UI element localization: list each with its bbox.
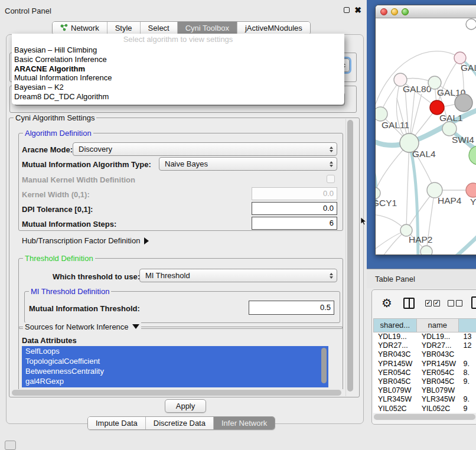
tab-jactivemnodules[interactable]: jActiveMNodules	[237, 22, 310, 34]
algorithm-placeholder: Select algorithm to view settings	[12, 34, 344, 45]
table-cell: YIL052C	[373, 405, 417, 413]
stepper-icon	[330, 146, 333, 152]
columns-icon[interactable]	[403, 298, 415, 309]
table-row[interactable]: YIL052CYIL052C9	[373, 405, 476, 413]
table-cell: YBL079W	[417, 386, 459, 395]
attribute-list-item[interactable]: SelfLoops	[22, 346, 328, 356]
table-column-header[interactable]: shared...	[373, 318, 417, 332]
network-node-green-right[interactable]	[469, 146, 476, 165]
gear-icon[interactable]: ⚙	[382, 297, 392, 309]
mi-threshold-field[interactable]: 0.5	[249, 301, 334, 315]
settings-vscrollbar[interactable]	[345, 119, 354, 396]
table-cell: YDR27...	[417, 341, 459, 350]
network-node-bottom-node[interactable]	[420, 246, 432, 255]
table-hscrollbar-thumb[interactable]	[374, 414, 475, 420]
tab-network[interactable]: Network	[53, 22, 107, 34]
network-node-top-partial[interactable]	[466, 19, 476, 30]
table-cell: YPR145W	[417, 360, 459, 369]
deselect-all-checkboxes-icon[interactable]	[448, 300, 462, 306]
settings-vscrollbar-thumb[interactable]	[347, 120, 353, 392]
window-close-icon[interactable]	[380, 8, 387, 15]
table-row[interactable]: YLR345WYLR345W9.	[373, 395, 476, 404]
network-node-gray-node[interactable]	[455, 94, 472, 112]
select-all-checkboxes-icon[interactable]: ✓✓	[425, 300, 440, 306]
table-row[interactable]: YBR043CYBR043C	[373, 350, 476, 359]
tab-discretize-data-label: Discretize Data	[154, 419, 206, 428]
kernel-width-field[interactable]: 0.0	[252, 187, 337, 200]
apply-button[interactable]: Apply	[165, 399, 206, 413]
table-row[interactable]: YBL079WYBL079W	[373, 386, 476, 395]
mi-steps-field[interactable]: 6	[252, 217, 337, 230]
float-window-icon[interactable]	[344, 7, 350, 13]
algorithm-option[interactable]: Dream8 DC_TDC Algorithm	[12, 92, 344, 102]
hub-definition-toggle[interactable]: Hub/Transcription Factor Definition	[22, 236, 149, 245]
network-edge[interactable]	[406, 143, 409, 230]
attribute-list-item[interactable]: TopologicalCoefficient	[22, 356, 328, 366]
aracne-mode-combo[interactable]: Discovery	[73, 142, 337, 156]
tab-select[interactable]: Select	[141, 22, 178, 34]
network-node-label: GAL80	[403, 84, 432, 94]
manual-kernel-checkbox[interactable]	[327, 175, 335, 183]
tab-jactivemnodules-label: jActiveMNodules	[245, 24, 302, 32]
table-header-row: shared...name	[373, 318, 476, 332]
tab-select-label: Select	[148, 24, 169, 32]
table-column-header[interactable]: name	[417, 318, 459, 332]
aracne-mode-label: Aracne Mode:	[22, 145, 73, 154]
network-node-salmon-y[interactable]	[466, 183, 476, 197]
network-window[interactable]: GALGAL80GAL10GAL1GAL11SWI4GAL4GCY1HAP4YH…	[375, 5, 476, 255]
window-minimize-icon[interactable]	[391, 8, 398, 15]
tab-cyni-toolbox-label: Cyni Toolbox	[185, 24, 229, 32]
mi-type-combo[interactable]: Naive Bayes	[159, 157, 337, 171]
sources-title-text: Sources for Network Inference	[25, 322, 129, 331]
table-cell: YPR145W	[373, 360, 417, 369]
table-cell: 12	[459, 341, 476, 350]
table-row[interactable]: YDR27...YDR27...12	[373, 341, 476, 350]
close-icon[interactable]: ✖	[354, 5, 361, 15]
network-node-swi4[interactable]	[442, 122, 457, 136]
tab-infer-network[interactable]: Infer Network	[214, 417, 275, 429]
stepper-icon	[330, 161, 333, 167]
dpi-tolerance-field[interactable]: 0.0	[252, 202, 337, 215]
table-panel-titlebar: Table Panel	[367, 269, 476, 288]
table-cell: 13	[459, 332, 476, 341]
expand-right-icon	[144, 237, 149, 244]
table-row[interactable]: YPR145WYPR145W9.	[373, 360, 476, 369]
table-hscrollbar[interactable]	[373, 413, 476, 420]
network-node-label: HAP4	[438, 195, 462, 206]
table-row[interactable]: YER054CYER054C8.	[373, 369, 476, 377]
algorithm-option[interactable]: Basic Correlation Inference	[12, 55, 344, 64]
network-edge[interactable]	[430, 226, 476, 255]
algorithm-option[interactable]: ARACNE Algorithm	[12, 64, 344, 74]
table-cell: YBR045C	[373, 377, 417, 386]
network-window-titlebar[interactable]	[376, 5, 476, 18]
tab-style[interactable]: Style	[107, 22, 141, 34]
network-canvas[interactable]: GALGAL80GAL10GAL1GAL11SWI4GAL4GCY1HAP4YH…	[376, 18, 476, 255]
settings-hscrollbar-thumb[interactable]	[12, 390, 341, 396]
attribute-list-item[interactable]: gal4RGexp	[22, 376, 328, 386]
table-row[interactable]: YBR045CYBR045C9.	[373, 377, 476, 386]
table-cell: YLR345W	[417, 395, 459, 404]
tab-discretize-data[interactable]: Discretize Data	[146, 417, 214, 429]
settings-group-title: Cyni Algorithm Settings	[14, 113, 96, 122]
algorithm-option[interactable]: Bayesian – Hill Climbing	[12, 45, 344, 55]
network-node-label: GAL4	[412, 149, 436, 159]
listbox-scrollbar[interactable]	[321, 348, 327, 383]
attribute-list-item[interactable]: BetweennessCentrality	[22, 366, 328, 376]
settings-hscrollbar[interactable]	[11, 389, 345, 397]
table-column-header[interactable]	[459, 318, 476, 332]
dpi-tolerance-label: DPI Tolerance [0,1]:	[22, 205, 93, 214]
table-row[interactable]: YDL19...YDL19...13	[373, 332, 476, 341]
network-node-gal-pink[interactable]	[454, 52, 466, 64]
algorithm-option[interactable]: Bayesian – K2	[12, 83, 344, 92]
mouse-cursor	[360, 217, 367, 226]
network-node-gcy1[interactable]	[376, 187, 380, 199]
which-threshold-combo[interactable]: MI Threshold	[139, 269, 337, 282]
window-zoom-icon[interactable]	[402, 8, 409, 15]
tab-impute-data[interactable]: Impute Data	[88, 417, 146, 429]
collapsed-panel-button[interactable]	[5, 441, 16, 450]
algorithm-option[interactable]: Mutual Information Inference	[12, 73, 344, 83]
tab-cyni-toolbox[interactable]: Cyni Toolbox	[178, 22, 237, 34]
network-node-gal11[interactable]	[376, 107, 387, 121]
data-attributes-listbox[interactable]: SelfLoopsTopologicalCoefficientBetweenne…	[22, 346, 328, 387]
document-icon[interactable]	[471, 296, 476, 309]
